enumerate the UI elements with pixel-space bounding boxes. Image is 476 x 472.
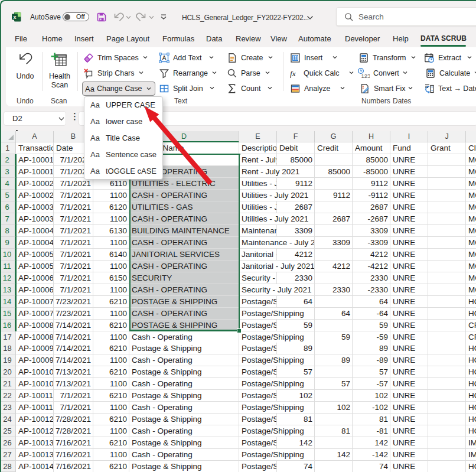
svg-text:fx: fx [290,69,296,78]
svg-text:123: 123 [361,73,370,79]
svg-text:A: A [162,54,166,61]
svg-text:x: x [13,14,16,20]
